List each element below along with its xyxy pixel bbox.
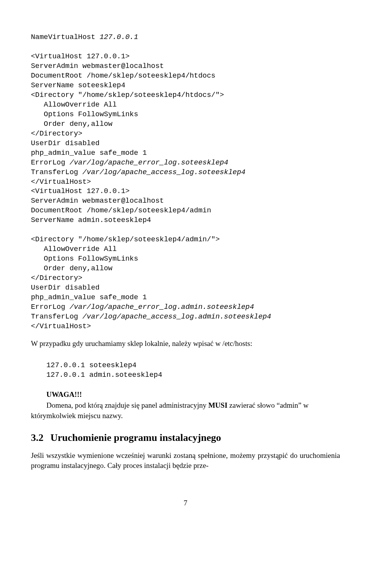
- hosts-block: 127.0.0.1 soteesklep4 127.0.0.1 admin.so…: [46, 351, 340, 380]
- cfg-line: TransferLog: [31, 168, 82, 176]
- cfg-line: <VirtualHost 127.0.0.1>: [31, 187, 129, 195]
- cfg-line: Options FollowSymLinks: [31, 110, 138, 119]
- page-number: 7: [31, 498, 340, 508]
- cfg-line: </VirtualHost>: [31, 178, 91, 186]
- cfg-path-italic: /var/log/apache_access_log.admin.soteesk…: [82, 313, 271, 321]
- cfg-ip-italic: 127.0.0.1: [100, 33, 138, 41]
- hosts-line: 127.0.0.1 soteesklep4: [46, 361, 136, 369]
- cfg-line: Order deny,allow: [31, 264, 112, 273]
- cfg-line: AllowOverride All: [31, 101, 117, 109]
- paragraph-hosts-intro: W przypadku gdy uruchamiamy sklep lokaln…: [31, 339, 340, 349]
- cfg-line: php_admin_value safe_mode 1: [31, 149, 147, 157]
- cfg-path-italic: /var/log/apache_access_log.soteesklep4: [82, 168, 245, 176]
- cfg-line: <VirtualHost 127.0.0.1>: [31, 53, 129, 61]
- paragraph-install: Jeśli wszystkie wymienione wcześniej war…: [31, 451, 340, 471]
- cfg-line: <Directory "/home/sklep/soteesklep4/admi…: [31, 236, 220, 244]
- cfg-line: ServerName admin.soteesklep4: [31, 216, 151, 224]
- cfg-line: </Directory>: [31, 130, 82, 138]
- cfg-line: php_admin_value safe_mode 1: [31, 293, 147, 302]
- uwaga-heading: UWAGA!!!: [46, 390, 340, 400]
- cfg-path-italic: /var/log/apache_error_log.soteesklep4: [70, 159, 228, 167]
- cfg-line: UserDir disabled: [31, 139, 100, 147]
- uwaga-text-a: Domena, pod którą znajduje się panel adm…: [46, 401, 208, 409]
- cfg-line: ServerAdmin webmaster@localhost: [31, 197, 164, 205]
- cfg-line: ErrorLog: [31, 303, 70, 311]
- uwaga-musi: MUSI: [208, 401, 228, 409]
- cfg-line: Order deny,allow: [31, 120, 112, 128]
- cfg-line: ErrorLog: [31, 159, 70, 167]
- cfg-line: <Directory "/home/sklep/soteesklep4/htdo…: [31, 91, 224, 99]
- cfg-line: DocumentRoot /home/sklep/soteesklep4/htd…: [31, 72, 215, 80]
- section-title: Uruchomienie programu instalacyjnego: [51, 432, 221, 443]
- hosts-line: 127.0.0.1 admin.soteesklep4: [46, 371, 162, 379]
- cfg-line: ServerName soteesklep4: [31, 81, 125, 90]
- cfg-line: Options FollowSymLinks: [31, 255, 138, 263]
- cfg-path-italic: /var/log/apache_error_log.admin.soteeskl…: [70, 303, 254, 311]
- cfg-line: </Directory>: [31, 274, 82, 282]
- section-heading: 3.2Uruchomienie programu instalacyjnego: [31, 431, 340, 445]
- cfg-line: DocumentRoot /home/sklep/soteesklep4/adm…: [31, 207, 211, 215]
- cfg-line: UserDir disabled: [31, 284, 100, 292]
- cfg-line: ServerAdmin webmaster@localhost: [31, 62, 164, 70]
- cfg-line: </VirtualHost>: [31, 322, 91, 330]
- cfg-line: NameVirtualHost: [31, 33, 100, 41]
- cfg-line: TransferLog: [31, 313, 82, 321]
- section-number: 3.2: [31, 432, 44, 443]
- uwaga-paragraph: Domena, pod którą znajduje się panel adm…: [31, 400, 340, 421]
- cfg-line: AllowOverride All: [31, 245, 117, 253]
- config-block-1: NameVirtualHost 127.0.0.1 <VirtualHost 1…: [31, 23, 340, 332]
